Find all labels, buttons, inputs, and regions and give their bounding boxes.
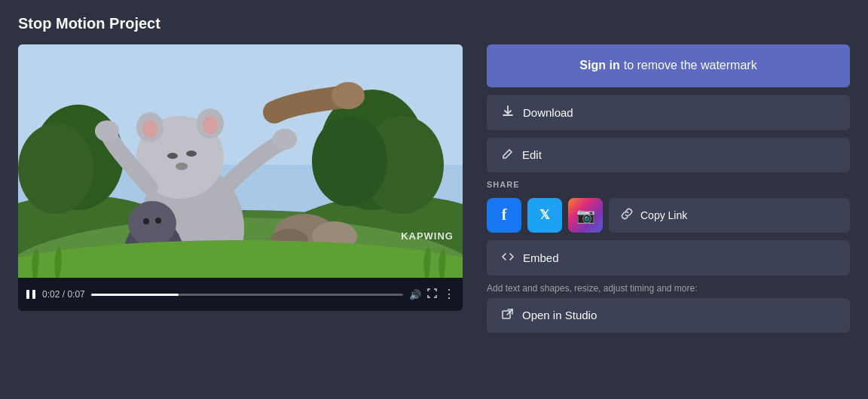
- sign-in-button[interactable]: Sign in to remove the watermark: [487, 44, 850, 87]
- right-panel: Sign in to remove the watermark Download…: [487, 44, 850, 333]
- svg-point-21: [186, 151, 197, 157]
- svg-point-29: [143, 218, 149, 224]
- page-title: Stop Motion Project: [18, 15, 850, 32]
- instagram-icon: 📷: [576, 206, 595, 224]
- volume-icon[interactable]: 🔊: [409, 289, 421, 300]
- svg-point-19: [203, 116, 218, 134]
- download-label: Download: [523, 106, 573, 119]
- embed-button[interactable]: Embed: [487, 240, 850, 276]
- svg-point-30: [155, 218, 161, 224]
- svg-rect-34: [26, 290, 29, 299]
- svg-point-33: [332, 82, 365, 109]
- svg-rect-32: [18, 267, 463, 278]
- download-button[interactable]: Download: [487, 95, 850, 130]
- svg-point-20: [167, 153, 178, 159]
- instagram-button[interactable]: 📷: [568, 198, 603, 233]
- video-thumbnail-svg: [18, 44, 463, 278]
- progress-bar[interactable]: [91, 294, 403, 296]
- open-studio-label: Open in Studio: [522, 309, 597, 321]
- edit-button[interactable]: Edit: [487, 138, 850, 172]
- svg-point-23: [95, 120, 119, 142]
- svg-point-10: [18, 123, 93, 214]
- svg-point-28: [128, 201, 176, 246]
- video-player: KAPWING 0:02 / 0:07 🔊: [18, 44, 463, 311]
- share-label: SHARE: [487, 180, 850, 189]
- copy-link-button[interactable]: Copy Link: [609, 198, 850, 233]
- svg-point-8: [312, 116, 387, 206]
- svg-point-24: [273, 129, 297, 150]
- more-options-icon[interactable]: ⋮: [443, 288, 455, 300]
- twitter-icon: 𝕏: [539, 207, 550, 223]
- facebook-icon: f: [502, 206, 507, 224]
- pause-button[interactable]: [26, 289, 36, 300]
- progress-fill: [91, 294, 179, 296]
- time-display: 0:02 / 0:07: [42, 289, 85, 300]
- embed-icon: [502, 251, 514, 265]
- edit-icon: [502, 148, 513, 162]
- download-icon: [502, 105, 514, 120]
- kapwing-watermark: KAPWING: [401, 230, 454, 242]
- fullscreen-icon[interactable]: [427, 288, 437, 300]
- edit-label: Edit: [522, 148, 542, 161]
- twitter-button[interactable]: 𝕏: [527, 198, 562, 233]
- embed-label: Embed: [523, 251, 559, 264]
- svg-rect-35: [32, 290, 35, 299]
- studio-hint: Add text and shapes, resize, adjust timi…: [487, 283, 850, 294]
- svg-point-18: [142, 120, 157, 138]
- svg-point-22: [176, 163, 188, 170]
- link-icon: [621, 208, 633, 222]
- external-link-icon: [502, 309, 513, 322]
- copy-link-label: Copy Link: [640, 209, 687, 221]
- open-studio-button[interactable]: Open in Studio: [487, 298, 850, 333]
- facebook-button[interactable]: f: [487, 198, 521, 233]
- studio-section: Add text and shapes, resize, adjust timi…: [487, 283, 850, 333]
- share-section: SHARE f 𝕏 📷: [487, 180, 850, 233]
